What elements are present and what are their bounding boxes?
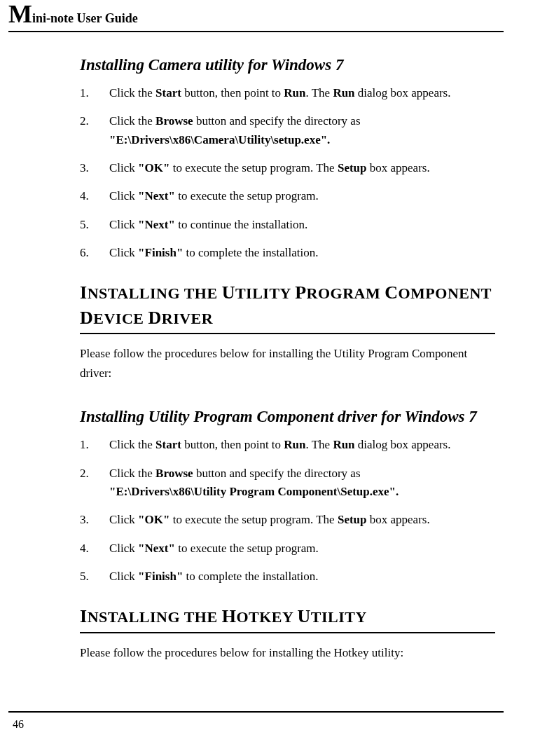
list-item: Click "Finish" to complete the installat…: [80, 568, 495, 586]
page-footer: 46: [8, 711, 504, 731]
list-item: Click "Finish" to complete the installat…: [80, 244, 495, 262]
list-item: Click the Browse button and specify the …: [80, 112, 495, 149]
list-item: Click "OK" to execute the setup program.…: [80, 159, 495, 177]
sec2-subheading: Installing Utility Program Component dri…: [80, 408, 495, 426]
list-item: Click "OK" to execute the setup program.…: [80, 511, 495, 529]
list-item: Click the Start button, then point to Ru…: [80, 84, 495, 102]
sec1-steps: Click the Start button, then point to Ru…: [80, 84, 495, 262]
page-header: Mini-note User Guide: [8, 0, 504, 32]
list-item: Click the Browse button and specify the …: [80, 465, 495, 502]
sec3-heading: INSTALLING THE HOTKEY UTILITY: [80, 604, 495, 633]
sec2-intro: Please follow the procedures below for i…: [80, 344, 495, 385]
list-item: Click the Start button, then point to Ru…: [80, 436, 495, 454]
list-item: Click "Next" to continue the installatio…: [80, 216, 495, 234]
list-item: Click "Next" to execute the setup progra…: [80, 539, 495, 558]
header-initial: M: [8, 0, 32, 28]
sec1-subheading: Installing Camera utility for Windows 7: [80, 56, 495, 74]
sec2-steps: Click the Start button, then point to Ru…: [80, 436, 495, 586]
sec2-heading: INSTALLING THE UTILITY PROGRAM COMPONENT…: [80, 280, 495, 334]
page-body: Installing Camera utility for Windows 7 …: [34, 56, 499, 663]
sec3-intro: Please follow the procedures below for i…: [80, 643, 495, 664]
header-title: ini-note User Guide: [32, 11, 138, 25]
list-item: Click "Next" to execute the setup progra…: [80, 187, 495, 205]
page-number: 46: [8, 718, 504, 731]
